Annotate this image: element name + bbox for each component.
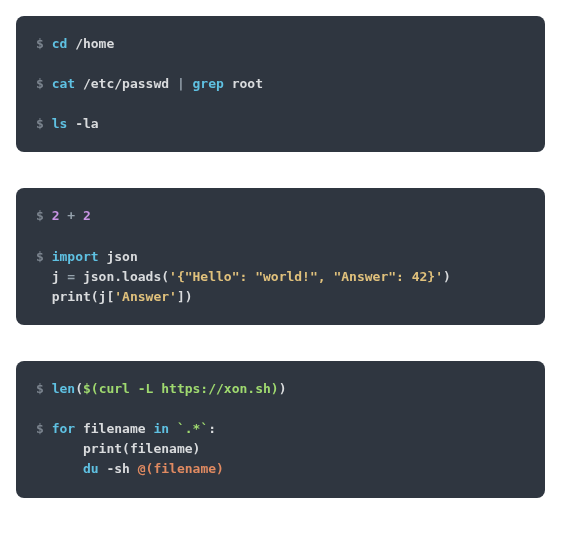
token: /etc/passwd — [75, 76, 177, 91]
token: print(filename) — [36, 441, 200, 456]
code-block-1: $ cd /home$ cat /etc/passwd | grep root$… — [16, 16, 545, 152]
token: print(j[ — [36, 289, 114, 304]
token: -la — [67, 116, 98, 131]
code-group: $ for filename in `.*`: print(filename) … — [36, 419, 525, 479]
token: in — [153, 421, 169, 436]
token: $ — [36, 76, 52, 91]
code-block-2: $ 2 + 2$ import json j = json.loads('{"H… — [16, 188, 545, 325]
token — [185, 76, 193, 91]
token: json — [99, 249, 138, 264]
code-block-3: $ len($(curl -L https://xon.sh))$ for fi… — [16, 361, 545, 498]
code-line: $ cat /etc/passwd | grep root — [36, 74, 525, 94]
code-line: du -sh @(filename) — [36, 459, 525, 479]
token: '{"Hello": "world!", "Answer": 42}' — [169, 269, 443, 284]
token: $ — [36, 116, 52, 131]
code-line: print(j['Answer']) — [36, 287, 525, 307]
token: ( — [75, 381, 83, 396]
token: j — [36, 269, 67, 284]
token: ) — [271, 381, 279, 396]
token: ) — [216, 461, 224, 476]
token: 'Answer' — [114, 289, 177, 304]
token: json.loads( — [75, 269, 169, 284]
token: `.*` — [177, 421, 208, 436]
token: | — [177, 76, 185, 91]
token: + — [59, 208, 82, 223]
code-group: $ ls -la — [36, 114, 525, 134]
code-group: $ cat /etc/passwd | grep root — [36, 74, 525, 94]
code-line: $ import json — [36, 247, 525, 267]
token: curl -L https://xon.sh — [99, 381, 271, 396]
token: cat — [52, 76, 75, 91]
code-line: print(filename) — [36, 439, 525, 459]
token: 2 — [83, 208, 91, 223]
token: -sh — [99, 461, 138, 476]
code-group: $ 2 + 2 — [36, 206, 525, 226]
token: filename — [153, 461, 216, 476]
token: filename — [75, 421, 153, 436]
code-group: $ len($(curl -L https://xon.sh)) — [36, 379, 525, 399]
code-line: $ len($(curl -L https://xon.sh)) — [36, 379, 525, 399]
token: $ — [36, 381, 52, 396]
code-line: $ for filename in `.*`: — [36, 419, 525, 439]
token: for — [52, 421, 75, 436]
code-line: j = json.loads('{"Hello": "world!", "Ans… — [36, 267, 525, 287]
code-line: $ cd /home — [36, 34, 525, 54]
token: ) — [443, 269, 451, 284]
token: grep — [193, 76, 224, 91]
token — [36, 461, 83, 476]
token: cd — [52, 36, 68, 51]
token — [169, 421, 177, 436]
token: $( — [83, 381, 99, 396]
token: ) — [279, 381, 287, 396]
token: = — [67, 269, 75, 284]
token: @( — [138, 461, 154, 476]
token: : — [208, 421, 216, 436]
token: ls — [52, 116, 68, 131]
token: du — [83, 461, 99, 476]
code-group: $ import json j = json.loads('{"Hello": … — [36, 247, 525, 307]
code-line: $ 2 + 2 — [36, 206, 525, 226]
token: root — [224, 76, 263, 91]
token: len — [52, 381, 75, 396]
token: $ — [36, 249, 52, 264]
token: $ — [36, 208, 52, 223]
token: import — [52, 249, 99, 264]
token: $ — [36, 421, 52, 436]
code-group: $ cd /home — [36, 34, 525, 54]
token: /home — [67, 36, 114, 51]
token: $ — [36, 36, 52, 51]
token: ]) — [177, 289, 193, 304]
code-line: $ ls -la — [36, 114, 525, 134]
